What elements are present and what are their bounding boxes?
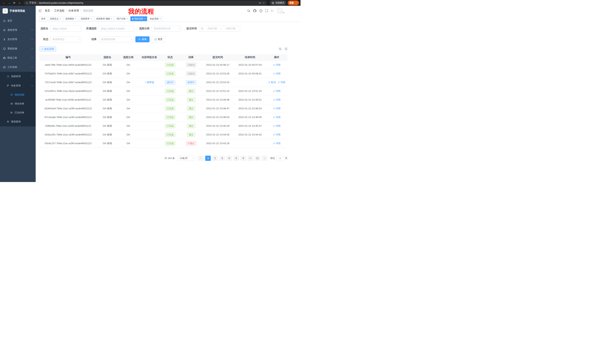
tab-home[interactable]: 首页 (39, 16, 47, 21)
fullscreen-icon[interactable] (265, 9, 268, 12)
sidebar-item-leave-query[interactable]: 请假查询 (0, 117, 36, 126)
detail-link[interactable]: 详情 (273, 133, 281, 136)
github-icon[interactable] (253, 9, 257, 12)
page-button-3[interactable]: 3 (219, 156, 225, 161)
page-ellipsis[interactable]: ••• (248, 156, 253, 161)
tab-start-process[interactable]: 发起流程 × (148, 16, 162, 21)
result-select[interactable]: 请选择流结果 (99, 36, 134, 42)
current-task (139, 69, 160, 78)
sidebar-item-task-mgmt[interactable]: 任务管理 (0, 81, 36, 90)
status-select[interactable]: 请选择状态 (50, 36, 81, 42)
tab-user-group[interactable]: 用户分组 × (115, 16, 130, 21)
process-definition-input[interactable] (99, 26, 134, 31)
page-button-2[interactable]: 2 (212, 156, 218, 161)
chevron-up-icon (31, 85, 33, 87)
list-icon (7, 75, 9, 78)
page-button-6[interactable]: 6 (240, 156, 246, 161)
home-icon (3, 19, 6, 22)
sidebar-item-infra[interactable]: 基础设施 (0, 44, 36, 53)
detail-link[interactable]: 详情 (273, 124, 281, 128)
table-refresh-icon[interactable] (285, 48, 288, 50)
detail-link[interactable]: 详情 (278, 81, 285, 84)
browser-home-button[interactable]: ⌂ (17, 0, 22, 5)
font-size-icon[interactable]: TT (271, 9, 274, 12)
table-header-row: 编号 流程名 流程分类 当前审批任务 状态 结果 提交时间 结束时间 操作 (39, 54, 288, 60)
result-tag: 通过 (187, 89, 195, 93)
tab-close-icon[interactable]: × (160, 18, 161, 20)
category-select[interactable]: 请选择流程分类 (151, 26, 181, 31)
detail-link[interactable]: 详情 (273, 142, 281, 145)
browser-refresh-button[interactable]: ⟳ (12, 0, 17, 5)
goto-page-input[interactable] (276, 156, 284, 161)
help-icon[interactable]: ? (259, 9, 262, 12)
search-button[interactable]: 搜索 (135, 36, 150, 42)
edit-icon (273, 73, 275, 75)
incognito-badge: 无痕模式 (270, 0, 286, 5)
tab-close-icon[interactable]: × (127, 18, 128, 20)
tab-process-model[interactable]: 流程模型 × (63, 16, 78, 21)
detail-link[interactable]: 详情 (273, 98, 281, 102)
detail-link[interactable]: 详情 (273, 115, 281, 119)
process-category: OA (118, 78, 139, 87)
breadcrumb-item[interactable]: 首页 (45, 9, 50, 12)
process-category: OA (118, 104, 139, 113)
create-process-button[interactable]: + 发起流程 (39, 46, 56, 52)
user-avatar-dropdown[interactable]: ▾ (277, 8, 284, 14)
password-key-icon[interactable] (259, 2, 261, 4)
sidebar-item-home[interactable]: 首页 (0, 16, 36, 25)
detail-link[interactable]: 详情 (273, 63, 281, 67)
tab-process-definition[interactable]: 流程定义 × (48, 16, 63, 21)
next-page-button[interactable] (262, 156, 267, 161)
sidebar-item-devtool[interactable]: 研发工具 (0, 53, 36, 63)
sidebar-item-my-process[interactable]: 我的流程 (0, 90, 36, 99)
page-button-1[interactable]: 1 (205, 156, 211, 161)
tab-close-icon[interactable]: × (75, 18, 76, 20)
breadcrumb: 首页 / 工作流程 / 任务管理 / 我的流程 (45, 9, 93, 12)
detail-link[interactable]: 详情 (273, 107, 281, 110)
sidebar-item-todo-task[interactable]: 待办任务 (0, 99, 36, 108)
reset-button[interactable]: 重置 (151, 36, 165, 42)
current-task (139, 130, 160, 139)
table-search-toggle-icon[interactable] (279, 48, 282, 50)
browser-back-button[interactable]: ← (1, 0, 6, 5)
sidebar-item-process-mgmt[interactable]: 流程管理 (0, 72, 36, 81)
submit-time-range-picker[interactable]: 开始日期 - 结束日期 (199, 26, 240, 31)
sidebar-item-system[interactable]: 系统管理 (0, 25, 36, 35)
app-logo-row[interactable]: 芋道管理系统 (0, 6, 36, 16)
edit-icon (273, 125, 275, 127)
incognito-label: 无痕模式 (275, 1, 284, 4)
tab-close-icon[interactable]: × (90, 18, 92, 20)
detail-link[interactable]: 详情 (273, 72, 281, 75)
menu-fold-icon[interactable] (39, 10, 42, 12)
sidebar-item-done-task[interactable]: 已办任务 (0, 108, 36, 117)
breadcrumb-item[interactable]: 工作流程 (54, 9, 64, 12)
breadcrumb-item[interactable]: 任务管理 (69, 9, 79, 12)
cancel-link[interactable]: 取消 (268, 81, 276, 84)
address-bar[interactable]: ⚠ 不安全 dashboard.yudao.iocoder.cn/bpm/tas… (24, 1, 267, 5)
edit-icon (273, 90, 275, 92)
process-category: OA (118, 60, 139, 69)
tab-my-process[interactable]: 我的流程 × (130, 16, 147, 21)
chevron-down-icon (31, 57, 33, 58)
browser-menu-icon[interactable]: ⋮ (295, 1, 297, 4)
tab-close-icon[interactable]: × (111, 18, 112, 20)
tab-process-form-edit[interactable]: 流程表单-编辑 × (94, 16, 114, 21)
tab-close-icon[interactable]: × (60, 18, 61, 20)
page-button-5[interactable]: 5 (233, 156, 239, 161)
header-search-icon[interactable] (247, 9, 250, 12)
page-size-select[interactable]: 10条/页 (177, 156, 195, 161)
tab-close-icon[interactable]: × (144, 18, 145, 20)
page-button-last[interactable]: 11 (255, 156, 260, 161)
sidebar-item-payment[interactable]: 支付管理 (0, 35, 36, 44)
browser-update-button[interactable]: 更新 ⋮ (288, 0, 299, 5)
tab-process-form[interactable]: 流程表单 × (79, 16, 93, 21)
process-name: OA 请假 (97, 69, 118, 78)
prev-page-button[interactable] (198, 156, 204, 161)
sidebar-item-workflow[interactable]: 工作流程 (0, 63, 36, 72)
process-name-input[interactable] (50, 26, 81, 31)
page-button-4[interactable]: 4 (226, 156, 232, 161)
bookmark-star-icon[interactable]: ☆ (263, 1, 265, 4)
browser-forward-button[interactable]: → (7, 0, 11, 5)
detail-link[interactable]: 详情 (273, 89, 281, 93)
current-task-link[interactable]: 一级审批 (144, 81, 154, 84)
